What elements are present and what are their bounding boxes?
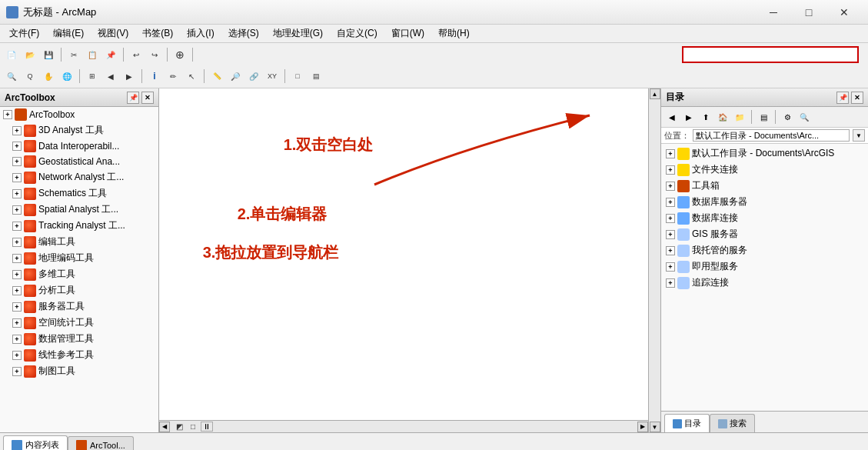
map-btn-2[interactable]: □ bbox=[187, 422, 199, 432]
zoom-out-button[interactable]: Q bbox=[22, 68, 38, 85]
menu-customize[interactable]: 自定义(C) bbox=[331, 25, 384, 42]
expand-arctoolbox[interactable]: + bbox=[3, 110, 12, 119]
expand-linear[interactable]: + bbox=[12, 351, 22, 360]
expand-analysis[interactable]: + bbox=[12, 286, 22, 295]
expand-track-connect[interactable]: + bbox=[666, 278, 675, 288]
catalog-forward-button[interactable]: ▶ bbox=[681, 109, 697, 125]
tree-item-geostat[interactable]: + Geostatistical Ana... bbox=[0, 154, 158, 169]
expand-edit[interactable]: + bbox=[12, 238, 22, 247]
catalog-close-button[interactable]: ✕ bbox=[851, 92, 863, 104]
menu-help[interactable]: 帮助(H) bbox=[432, 25, 476, 42]
menu-select[interactable]: 选择(S) bbox=[222, 25, 265, 42]
scroll-left-button[interactable]: ◀ bbox=[159, 422, 170, 432]
close-button[interactable]: ✕ bbox=[826, 0, 862, 25]
expand-db-connect[interactable]: + bbox=[666, 214, 675, 223]
menu-window[interactable]: 窗口(W) bbox=[385, 25, 431, 42]
tree-item-multidim[interactable]: + 多维工具 bbox=[0, 266, 158, 282]
catalog-item-gis-server[interactable]: + GIS 服务器 bbox=[663, 226, 866, 242]
catalog-tab-search[interactable]: 搜索 bbox=[710, 414, 755, 432]
find-btn[interactable]: 🔎 bbox=[227, 68, 244, 85]
search-input[interactable] bbox=[682, 46, 859, 63]
pan-button[interactable]: ✋ bbox=[40, 68, 57, 85]
full-extent-button[interactable]: ⊞ bbox=[84, 68, 101, 85]
globe-button[interactable]: 🌐 bbox=[58, 68, 75, 85]
expand-datamgmt[interactable]: + bbox=[12, 335, 22, 344]
tab-arctoolbox[interactable]: ArcTool... bbox=[68, 436, 134, 450]
pin-button[interactable]: 📌 bbox=[127, 92, 139, 104]
tree-item-schematics[interactable]: + Schematics 工具 bbox=[0, 185, 158, 202]
tree-item-linear[interactable]: + 线性参考工具 bbox=[0, 347, 158, 363]
copy-button[interactable]: 📋 bbox=[84, 46, 101, 63]
zoom-in-button[interactable]: 🔍 bbox=[3, 68, 20, 85]
cut-button[interactable]: ✂ bbox=[65, 46, 82, 63]
tree-item-server[interactable]: + 服务器工具 bbox=[0, 298, 158, 315]
map-scrollbar-horizontal[interactable]: ◀ ◩ □ ⏸ ▶ bbox=[159, 420, 648, 432]
expand-server[interactable]: + bbox=[12, 302, 22, 312]
new-button[interactable]: 📄 bbox=[3, 46, 20, 63]
tree-item-spatial[interactable]: + Spatial Analyst 工... bbox=[0, 202, 158, 218]
catalog-tab-catalog[interactable]: 目录 bbox=[664, 414, 710, 432]
map-pause-indicator[interactable]: ⏸ bbox=[201, 422, 213, 432]
close-panel-button[interactable]: ✕ bbox=[141, 92, 154, 104]
catalog-search-panel-button[interactable]: 🔍 bbox=[796, 109, 812, 125]
expand-geostat[interactable]: + bbox=[12, 157, 22, 166]
menu-edit[interactable]: 编辑(E) bbox=[47, 25, 90, 42]
catalog-up-button[interactable]: ⬆ bbox=[698, 109, 713, 125]
scroll-up-button[interactable]: ▲ bbox=[650, 88, 660, 99]
catalog-view-button[interactable]: ▤ bbox=[756, 109, 771, 125]
expand-db-server[interactable]: + bbox=[666, 198, 675, 207]
add-data-button[interactable]: ⊕ bbox=[171, 46, 188, 63]
hyperlink-btn[interactable]: 🔗 bbox=[245, 68, 262, 85]
catalog-options-button[interactable]: ⚙ bbox=[780, 109, 795, 125]
expand-ready-services[interactable]: + bbox=[666, 262, 675, 272]
tree-item-edit[interactable]: + 编辑工具 bbox=[0, 234, 158, 250]
catalog-home-button[interactable]: 🏠 bbox=[715, 109, 730, 125]
expand-3d[interactable]: + bbox=[12, 126, 22, 135]
expand-interop[interactable]: + bbox=[12, 142, 22, 151]
tree-item-arctoolbox[interactable]: + ArcToolbox bbox=[0, 107, 158, 122]
expand-spatial[interactable]: + bbox=[12, 205, 22, 215]
tree-item-3d[interactable]: + 3D Analyst 工具 bbox=[0, 122, 158, 138]
expand-multidim[interactable]: + bbox=[12, 270, 22, 279]
menu-file[interactable]: 文件(F) bbox=[3, 25, 45, 42]
catalog-pin-button[interactable]: 📌 bbox=[836, 92, 849, 104]
tree-item-datamgmt[interactable]: + 数据管理工具 bbox=[0, 331, 158, 347]
catalog-item-ready-services[interactable]: + 即用型服务 bbox=[663, 258, 866, 275]
expand-workspace[interactable]: + bbox=[666, 149, 675, 158]
catalog-back-button[interactable]: ◀ bbox=[664, 109, 680, 125]
select-feat-btn[interactable]: ↖ bbox=[183, 68, 200, 85]
paste-button[interactable]: 📌 bbox=[102, 46, 119, 63]
catalog-item-workspace[interactable]: + 默认工作目录 - Documents\ArcGIS bbox=[663, 145, 866, 162]
catalog-connect-folder-button[interactable]: 📁 bbox=[732, 109, 747, 125]
minimize-button[interactable]: ─ bbox=[756, 0, 791, 25]
scroll-down-button[interactable]: ▼ bbox=[650, 422, 660, 432]
map-btn-1[interactable]: ◩ bbox=[173, 422, 185, 432]
tree-item-tracking[interactable]: + Tracking Analyst 工... bbox=[0, 218, 158, 234]
tab-contents[interactable]: 内容列表 bbox=[3, 435, 68, 450]
tree-item-analysis[interactable]: + 分析工具 bbox=[0, 282, 158, 298]
scroll-right-button[interactable]: ▶ bbox=[637, 422, 648, 432]
edit-btn[interactable]: ✏ bbox=[165, 68, 181, 85]
map-scrollbar-vertical[interactable]: ▲ ▼ bbox=[648, 88, 660, 432]
expand-tracking[interactable]: + bbox=[12, 222, 22, 231]
undo-button[interactable]: ↩ bbox=[128, 46, 145, 63]
location-dropdown-button[interactable]: ▼ bbox=[853, 129, 865, 142]
map-view[interactable]: 1.双击空白处 2.单击编辑器 3.拖拉放置到导航栏 ▲ ▼ ◀ bbox=[159, 88, 660, 432]
menu-bookmarks[interactable]: 书签(B) bbox=[136, 25, 179, 42]
tree-item-interop[interactable]: + Data Interoperabil... bbox=[0, 138, 158, 154]
expand-schematics[interactable]: + bbox=[12, 189, 22, 198]
forward-button[interactable]: ▶ bbox=[121, 68, 138, 85]
tree-item-carto[interactable]: + 制图工具 bbox=[0, 363, 158, 379]
expand-gis-server[interactable]: + bbox=[666, 230, 675, 239]
expand-toolbox-cat[interactable]: + bbox=[666, 182, 675, 191]
expand-geocoding[interactable]: + bbox=[12, 254, 22, 263]
catalog-item-toolbox[interactable]: + 工具箱 bbox=[663, 178, 866, 194]
catalog-item-my-services[interactable]: + 我托管的服务 bbox=[663, 242, 866, 258]
location-input[interactable] bbox=[693, 129, 850, 142]
catalog-item-folder-connect[interactable]: + 文件夹连接 bbox=[663, 162, 866, 178]
expand-my-services[interactable]: + bbox=[666, 246, 675, 255]
menu-view[interactable]: 视图(V) bbox=[91, 25, 135, 42]
catalog-item-track-connect[interactable]: + 追踪连接 bbox=[663, 275, 866, 291]
layout-view-btn[interactable]: ▤ bbox=[308, 68, 324, 85]
maximize-button[interactable]: □ bbox=[791, 0, 826, 25]
